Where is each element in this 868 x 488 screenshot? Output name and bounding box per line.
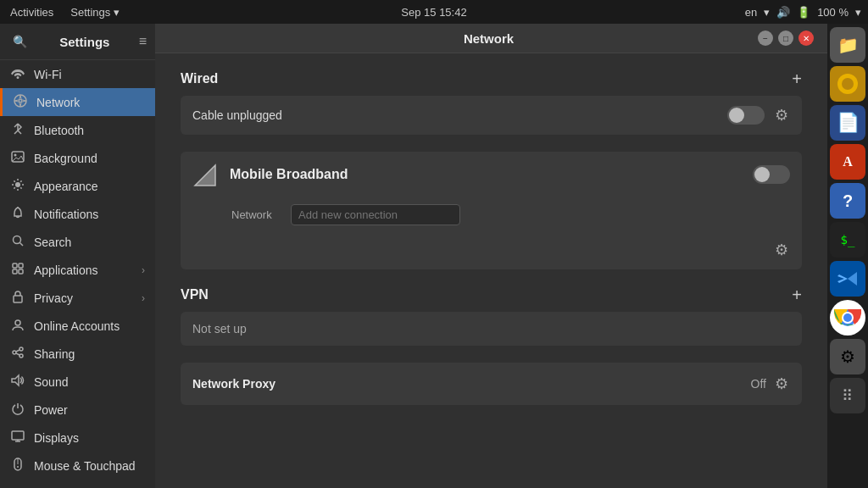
dock-item-help[interactable]: ? bbox=[830, 183, 865, 219]
displays-icon bbox=[10, 430, 25, 446]
sidebar-item-appearance[interactable]: Appearance bbox=[0, 172, 155, 200]
wired-toggle[interactable] bbox=[727, 106, 765, 125]
sidebar-item-label-sound: Sound bbox=[34, 375, 145, 389]
sidebar-item-label-appearance: Appearance bbox=[34, 180, 145, 193]
sidebar-item-label-mouse-touchpad: Mouse & Touchpad bbox=[34, 459, 145, 473]
sidebar-item-applications[interactable]: Applications › bbox=[0, 256, 155, 284]
settings-menu-button[interactable]: Settings ▾ bbox=[67, 6, 123, 19]
wired-section-header: Wired + bbox=[181, 70, 802, 87]
battery-icon: 🔋 bbox=[797, 6, 810, 19]
svg-point-5 bbox=[14, 236, 21, 244]
sidebar-item-sound[interactable]: Sound bbox=[0, 368, 155, 396]
svg-rect-10 bbox=[19, 269, 23, 274]
mobile-broadband-toggle[interactable] bbox=[753, 165, 790, 184]
sidebar-header: 🔍 Settings ≡ bbox=[0, 24, 155, 60]
chevron-icon: › bbox=[142, 264, 145, 276]
svg-point-15 bbox=[19, 354, 23, 358]
sidebar-item-background[interactable]: Background bbox=[0, 144, 155, 172]
sidebar-item-privacy[interactable]: Privacy › bbox=[0, 284, 155, 312]
network-icon bbox=[13, 94, 28, 110]
sidebar-search-icon[interactable]: 🔍 bbox=[8, 30, 31, 53]
wired-toggle-knob bbox=[729, 108, 744, 123]
mouse-touchpad-icon bbox=[10, 458, 25, 474]
signal-icon bbox=[192, 162, 218, 187]
wired-gear-button[interactable]: ⚙ bbox=[773, 104, 790, 126]
dock-item-settings[interactable]: ⚙ bbox=[830, 339, 865, 374]
mobile-broadband-gear-button[interactable]: ⚙ bbox=[773, 239, 790, 261]
svg-line-6 bbox=[20, 243, 24, 247]
mobile-broadband-header: Mobile Broadband bbox=[181, 152, 802, 197]
sidebar-item-label-displays: Displays bbox=[34, 431, 145, 445]
sidebar-item-label-online-accounts: Online Accounts bbox=[34, 319, 145, 333]
dock-item-vscode[interactable] bbox=[830, 261, 865, 297]
applications-icon bbox=[10, 262, 25, 278]
dock-item-terminal[interactable]: $_ bbox=[830, 222, 865, 258]
sidebar-item-mouse-touchpad[interactable]: Mouse & Touchpad bbox=[0, 452, 155, 480]
network-input[interactable] bbox=[291, 204, 460, 225]
cable-unplugged-label: Cable unplugged bbox=[192, 108, 719, 122]
vpn-add-button[interactable]: + bbox=[792, 286, 802, 303]
minimize-button[interactable]: − bbox=[758, 30, 773, 46]
main-content: Network − □ ✕ Wired + Cable unplugged bbox=[155, 24, 827, 488]
wired-section: Wired + Cable unplugged ⚙ bbox=[181, 70, 802, 135]
svg-rect-9 bbox=[13, 269, 17, 274]
svg-point-3 bbox=[15, 182, 20, 187]
network-row: Network bbox=[181, 197, 802, 236]
close-button[interactable]: ✕ bbox=[798, 30, 814, 46]
svg-rect-11 bbox=[14, 296, 22, 302]
dock-item-chrome[interactable] bbox=[830, 300, 865, 336]
sidebar-item-label-applications: Applications bbox=[34, 263, 133, 277]
proxy-section: Network Proxy Off ⚙ bbox=[181, 363, 802, 405]
activities-button[interactable]: Activities bbox=[7, 6, 57, 19]
dock-item-app2[interactable] bbox=[830, 66, 865, 102]
svg-marker-18 bbox=[12, 375, 19, 385]
sidebar-item-label-power: Power bbox=[34, 403, 145, 417]
wired-add-button[interactable]: + bbox=[792, 70, 802, 87]
topbar-right: en ▾ 🔊 🔋 100 % ▾ bbox=[745, 6, 861, 19]
power-chevron: ▾ bbox=[855, 6, 861, 19]
sidebar-item-label-sharing: Sharing bbox=[34, 347, 145, 361]
mobile-broadband-section: Mobile Broadband Network ⚙ bbox=[181, 152, 802, 269]
volume-icon: 🔊 bbox=[776, 6, 790, 19]
topbar-left: Activities Settings ▾ bbox=[7, 6, 123, 19]
vpn-title: VPN bbox=[181, 287, 209, 302]
sidebar: 🔍 Settings ≡ Wi-Fi Network Bluetooth Bac… bbox=[0, 24, 155, 488]
sidebar-item-label-notifications: Notifications bbox=[34, 208, 145, 221]
dock-item-appstore[interactable]: A bbox=[830, 144, 865, 180]
right-dock: 📁 📄 A ? $_ ⚙ ⠿ bbox=[827, 24, 868, 488]
sidebar-item-sharing[interactable]: Sharing bbox=[0, 340, 155, 368]
sidebar-item-notifications[interactable]: Notifications bbox=[0, 200, 155, 228]
network-label: Network bbox=[231, 208, 282, 221]
sidebar-item-bluetooth[interactable]: Bluetooth bbox=[0, 116, 155, 144]
topbar: Activities Settings ▾ Sep 15 15:42 en ▾ … bbox=[0, 0, 868, 24]
proxy-gear-button[interactable]: ⚙ bbox=[773, 373, 790, 395]
power-icon bbox=[10, 402, 25, 418]
sidebar-menu-icon[interactable]: ≡ bbox=[139, 34, 147, 49]
svg-point-12 bbox=[15, 320, 20, 325]
sidebar-item-displays[interactable]: Displays bbox=[0, 424, 155, 452]
svg-point-14 bbox=[13, 351, 16, 354]
dock-item-writer[interactable]: 📄 bbox=[830, 105, 865, 141]
main-title: Network bbox=[220, 31, 758, 46]
settings-chevron: ▾ bbox=[114, 6, 120, 19]
sidebar-item-search[interactable]: Search bbox=[0, 228, 155, 256]
svg-point-13 bbox=[19, 347, 23, 351]
lang-indicator: en bbox=[745, 6, 757, 19]
sidebar-item-network[interactable]: Network bbox=[0, 88, 155, 116]
svg-rect-8 bbox=[19, 263, 23, 268]
svg-rect-7 bbox=[13, 263, 17, 268]
dock-item-grid[interactable]: ⠿ bbox=[830, 378, 865, 413]
sidebar-item-label-background: Background bbox=[34, 152, 145, 165]
sharing-icon bbox=[10, 346, 25, 362]
maximize-button[interactable]: □ bbox=[778, 30, 793, 46]
sidebar-item-online-accounts[interactable]: Online Accounts bbox=[0, 312, 155, 340]
svg-rect-19 bbox=[12, 431, 24, 440]
proxy-card: Network Proxy Off ⚙ bbox=[181, 363, 802, 405]
svg-line-16 bbox=[16, 350, 19, 352]
sidebar-item-wifi[interactable]: Wi-Fi bbox=[0, 60, 155, 88]
sidebar-item-label-wifi: Wi-Fi bbox=[34, 68, 145, 81]
dock-item-files[interactable]: 📁 bbox=[830, 27, 865, 63]
svg-point-28 bbox=[842, 78, 854, 90]
sidebar-item-power[interactable]: Power bbox=[0, 396, 155, 424]
privacy-icon bbox=[10, 290, 25, 306]
